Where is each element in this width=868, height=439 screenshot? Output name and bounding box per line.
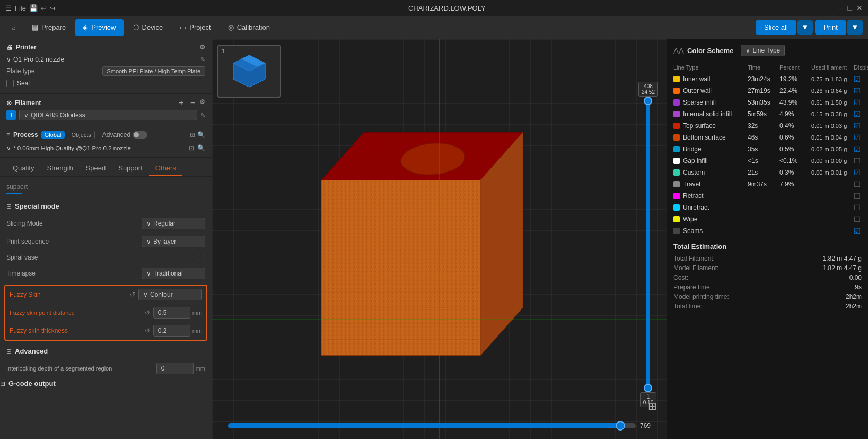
tab-device[interactable]: ⬡ Device bbox=[126, 19, 171, 36]
filament-icon: ⊙ bbox=[6, 99, 12, 107]
minimize-button[interactable]: ─ bbox=[838, 4, 844, 12]
profile-search-icon[interactable]: 🔍 bbox=[197, 144, 205, 152]
lt-row-checkbox[interactable]: ☑ bbox=[854, 75, 868, 83]
undo-icon[interactable]: ↩ bbox=[41, 4, 47, 12]
seal-checkbox[interactable] bbox=[6, 80, 14, 87]
lt-row-checkbox[interactable]: ☑ bbox=[854, 98, 868, 107]
advanced-group-header[interactable]: ⊟ Advanced bbox=[0, 343, 212, 359]
fuzzy-skin-reset-icon[interactable]: ↺ bbox=[130, 291, 135, 298]
dropdown-chevron-icon: ∨ bbox=[746, 47, 750, 54]
fuzzy-skin-pd-reset-icon[interactable]: ↺ bbox=[145, 309, 150, 316]
gcode-output-header[interactable]: ⊟ G-code output bbox=[0, 377, 212, 390]
progress-handle[interactable] bbox=[616, 421, 625, 431]
interlocking-depth-input[interactable]: 0 bbox=[156, 363, 194, 374]
slice-dropdown-button[interactable]: ▼ bbox=[797, 20, 813, 35]
model-thumbnail[interactable]: 1 bbox=[217, 45, 281, 98]
lt-row-checkbox[interactable]: ☑ bbox=[854, 122, 868, 130]
lt-row-checkbox[interactable]: ☐ bbox=[854, 180, 868, 188]
spiral-vase-checkbox[interactable] bbox=[198, 254, 205, 261]
v-slider-track[interactable] bbox=[646, 99, 650, 390]
layers-button[interactable]: ⊞ bbox=[648, 400, 657, 412]
printer-section: 🖨 Printer ⚙ ∨ Q1 Pro 0.2 nozzle ✎ Plate … bbox=[0, 39, 212, 94]
remove-filament-button[interactable]: − bbox=[188, 98, 197, 108]
tab-speed[interactable]: Speed bbox=[80, 161, 112, 176]
lt-row-checkbox[interactable]: ☑ bbox=[854, 110, 868, 118]
v-slider-top-handle[interactable] bbox=[644, 97, 652, 105]
filament-name-dropdown[interactable]: ∨ QIDI ABS Odorless bbox=[19, 110, 197, 120]
lt-row-checkbox[interactable]: ☑ bbox=[854, 227, 868, 235]
add-filament-button[interactable]: + bbox=[177, 98, 186, 108]
lt-row-checkbox[interactable]: ☐ bbox=[854, 157, 868, 165]
line-type-row: Gap infill <1s <0.1% 0.00 m 0.00 g ☐ bbox=[667, 155, 868, 167]
tab-quality[interactable]: Quality bbox=[6, 161, 40, 176]
preview-label: Preview bbox=[91, 23, 116, 31]
timelapse-chevron: ∨ bbox=[146, 270, 151, 277]
lt-row-checkbox[interactable]: ☑ bbox=[854, 168, 868, 177]
lt-row-checkbox[interactable]: ☑ bbox=[854, 145, 868, 153]
hamburger-icon[interactable]: ☰ bbox=[5, 4, 12, 12]
print-button[interactable]: Print bbox=[815, 20, 846, 35]
badge-objects[interactable]: Objects bbox=[68, 131, 95, 139]
timelapse-value: Traditional bbox=[153, 270, 183, 277]
fuzzy-skin-point-dist-input[interactable]: 0.5 bbox=[153, 307, 190, 319]
file-label[interactable]: File bbox=[15, 4, 26, 12]
printer-edit-icon[interactable]: ✎ bbox=[200, 56, 205, 63]
lt-row-checkbox[interactable]: ☐ bbox=[854, 192, 868, 200]
advanced-toggle[interactable] bbox=[133, 131, 147, 139]
lt-row-time: 23m24s bbox=[748, 75, 779, 83]
est-row-value: 9s bbox=[855, 283, 862, 291]
print-dropdown-button[interactable]: ▼ bbox=[847, 20, 863, 35]
tab-strength[interactable]: Strength bbox=[40, 161, 79, 176]
slice-all-button[interactable]: Slice all bbox=[756, 20, 796, 35]
estimation-row: Model printing time: 2h2m bbox=[673, 292, 862, 302]
tab-project[interactable]: ▭ Project bbox=[172, 19, 218, 36]
lt-row-checkbox[interactable]: ☐ bbox=[854, 215, 868, 223]
line-type-dropdown[interactable]: ∨ Line Type bbox=[741, 45, 785, 56]
lt-row-checkbox[interactable]: ☐ bbox=[854, 203, 868, 212]
slicing-mode-dropdown[interactable]: ∨ Regular bbox=[142, 218, 205, 229]
redo-icon[interactable]: ↪ bbox=[50, 4, 56, 12]
tab-others[interactable]: Others bbox=[149, 161, 182, 176]
lt-row-time: 35s bbox=[748, 145, 779, 153]
print-sequence-dropdown[interactable]: ∨ By layer bbox=[142, 236, 205, 247]
tab-support[interactable]: Support bbox=[112, 161, 149, 176]
timelapse-dropdown[interactable]: ∨ Traditional bbox=[142, 268, 205, 279]
printer-title: Printer bbox=[16, 44, 37, 51]
lt-row-name: Sparse infill bbox=[673, 99, 748, 106]
v-slider-top-sub: 24.52 bbox=[642, 89, 655, 95]
profile-copy-icon[interactable]: ⊡ bbox=[189, 144, 194, 152]
est-row-label: Prepare time: bbox=[673, 283, 712, 291]
lt-row-checkbox[interactable]: ☑ bbox=[854, 133, 868, 142]
menu-bar: ☰ Prepare File 💾 ↩ ↪ bbox=[5, 4, 56, 12]
filament-settings-icon[interactable]: ⚙ bbox=[199, 98, 205, 108]
save-icon[interactable]: 💾 bbox=[29, 4, 38, 12]
home-button[interactable]: ⌂ bbox=[5, 19, 22, 36]
v-slider-bottom-value: 1 bbox=[643, 394, 653, 400]
tab-preview[interactable]: ◈ Preview bbox=[75, 19, 123, 36]
color-scheme-header: ⋀⋀ Color Scheme ∨ Line Type bbox=[667, 39, 868, 62]
lt-row-name: Seams bbox=[673, 227, 748, 235]
v-slider-bottom-handle[interactable] bbox=[644, 384, 652, 392]
tab-prepare[interactable]: ▤ Prepare bbox=[24, 19, 73, 36]
est-row-label: Model Filament: bbox=[673, 264, 718, 272]
tab-calibration[interactable]: ◎ Calibration bbox=[221, 19, 277, 36]
plate-type-row: Plate type Smooth PEI Plate / High Temp … bbox=[6, 65, 205, 78]
maximize-button[interactable]: □ bbox=[848, 4, 852, 12]
printer-name-value: ∨ Q1 Pro 0.2 nozzle bbox=[6, 56, 64, 63]
fuzzy-skin-row: Fuzzy Skin ↺ ∨ Contour bbox=[5, 286, 206, 304]
fuzzy-skin-thickness-control: ↺ 0.2 mm bbox=[145, 325, 202, 337]
fuzzy-skin-thickness-input[interactable]: 0.2 bbox=[153, 325, 190, 337]
close-button[interactable]: ✕ bbox=[856, 4, 863, 12]
badge-global[interactable]: Global bbox=[41, 131, 65, 139]
plate-type-dropdown[interactable]: Smooth PEI Plate / High Temp Plate bbox=[102, 66, 206, 76]
lt-row-checkbox[interactable]: ☑ bbox=[854, 87, 868, 95]
filament-edit-icon[interactable]: ✎ bbox=[200, 112, 205, 119]
progress-track[interactable] bbox=[228, 423, 636, 428]
printer-settings-icon[interactable]: ⚙ bbox=[199, 44, 205, 51]
fuzzy-skin-dropdown[interactable]: ∨ Contour bbox=[138, 289, 202, 300]
slicing-mode-label: Slicing Mode bbox=[6, 220, 137, 227]
process-copy-icon[interactable]: ⊞ bbox=[190, 131, 195, 139]
special-mode-group-header[interactable]: ⊟ Special mode bbox=[0, 198, 212, 214]
process-search-icon[interactable]: 🔍 bbox=[197, 131, 205, 139]
fuzzy-skin-th-reset-icon[interactable]: ↺ bbox=[145, 327, 150, 334]
